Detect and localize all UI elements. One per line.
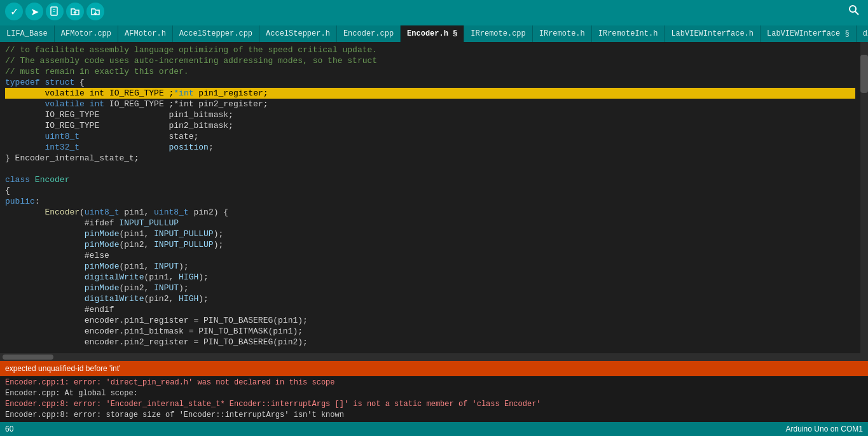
error-line: Encoder.cpp: At global scope: bbox=[5, 388, 863, 399]
error-line: Encoder.cpp:8: error: storage size of 'E… bbox=[5, 410, 863, 421]
tab-direct-pin-read[interactable]: direct_pin_read.h bbox=[857, 25, 868, 42]
open-button[interactable] bbox=[66, 3, 84, 20]
toolbar: ✓ ➤ bbox=[0, 0, 868, 23]
save-button[interactable] bbox=[86, 3, 104, 20]
code-line: typedef struct { bbox=[5, 77, 855, 88]
code-line: uint8_t state; bbox=[5, 131, 855, 142]
error-content: Encoder.cpp:1: error: 'direct_pin_read.h… bbox=[0, 376, 868, 422]
tabs-bar: LIFA_Base AFMotor.cpp AFMotor.h AccelSte… bbox=[0, 23, 868, 42]
line-number: 60 bbox=[5, 425, 13, 433]
tab-accelstepper-cpp[interactable]: AccelStepper.cpp bbox=[173, 25, 259, 42]
tab-labview-interface-s[interactable]: LabVIEWInterface § bbox=[761, 25, 857, 42]
new-button[interactable] bbox=[46, 3, 64, 20]
tab-lifa-base[interactable]: LIFA_Base bbox=[0, 25, 55, 42]
code-line: #endif bbox=[5, 304, 855, 315]
code-line: #ifdef INPUT_PULLUP bbox=[5, 218, 855, 229]
editor-container: // to facilitate assembly language optim… bbox=[0, 42, 868, 353]
error-line: Encoder.cpp:8: error: 'Encoder_internal_… bbox=[5, 399, 863, 410]
code-line: pinMode(pin2, INPUT); bbox=[5, 283, 855, 293]
tab-encoder-h[interactable]: Encoder.h § bbox=[401, 25, 464, 42]
code-line: pinMode(pin2, INPUT_PULLUP); bbox=[5, 239, 855, 250]
board-info: Arduino Uno on COM1 bbox=[786, 425, 863, 433]
code-line: { bbox=[5, 185, 855, 196]
code-line: // to facilitate assembly language optim… bbox=[5, 45, 855, 55]
error-panel: expected unqualified-id before 'int' Enc… bbox=[0, 361, 868, 422]
tab-irremote-h[interactable]: IRremote.h bbox=[533, 25, 592, 42]
code-line: IO_REG_TYPE pin1_bitmask; bbox=[5, 109, 855, 120]
code-line: encoder.pin1_register = PIN_TO_BASEREG(p… bbox=[5, 315, 855, 326]
vertical-scrollbar[interactable] bbox=[860, 42, 868, 353]
code-line: class Encoder bbox=[5, 174, 855, 185]
error-header: expected unqualified-id before 'int' bbox=[0, 361, 868, 376]
svg-point-5 bbox=[850, 6, 856, 12]
tab-afmotor-h[interactable]: AFMotor.h bbox=[118, 25, 173, 42]
scrollbar-thumb[interactable] bbox=[860, 55, 868, 93]
tab-accelstepper-h[interactable]: AccelStepper.h bbox=[259, 25, 337, 42]
tab-irremote-cpp[interactable]: IRremote.cpp bbox=[464, 25, 532, 42]
tab-afmotor-cpp[interactable]: AFMotor.cpp bbox=[55, 25, 118, 42]
code-line: pinMode(pin1, INPUT); bbox=[5, 261, 855, 272]
code-line: // must remain in exactly this order. bbox=[5, 66, 855, 77]
code-line-highlighted: volatile int IO_REG_TYPE ;*int pin1_regi… bbox=[5, 88, 855, 99]
editor-scroll[interactable]: // to facilitate assembly language optim… bbox=[0, 42, 860, 353]
code-line: public: bbox=[5, 196, 855, 207]
code-line: } Encoder_internal_state_t; bbox=[5, 153, 855, 164]
search-button[interactable] bbox=[845, 3, 863, 20]
upload-button[interactable]: ➤ bbox=[25, 3, 43, 20]
tab-labview-interface-h[interactable]: LabVIEWInterface.h bbox=[665, 25, 761, 42]
code-line: digitalWrite(pin2, HIGH); bbox=[5, 293, 855, 304]
code-line: #else bbox=[5, 250, 855, 261]
tab-encoder-cpp[interactable]: Encoder.cpp bbox=[337, 25, 401, 42]
code-line: volatile int IO_REG_TYPE ;*int pin2_regi… bbox=[5, 99, 855, 109]
horizontal-scrollbar[interactable] bbox=[0, 353, 868, 361]
code-line: Encoder(uint8_t pin1, uint8_t pin2) { bbox=[5, 207, 855, 218]
code-line: encoder.pin2_register = PIN_TO_BASEREG(p… bbox=[5, 337, 855, 348]
verify-button[interactable]: ✓ bbox=[5, 3, 23, 20]
code-line: IO_REG_TYPE pin2_bitmask; bbox=[5, 120, 855, 131]
tab-irremoteint-h[interactable]: IRremoteInt.h bbox=[592, 25, 665, 42]
error-line: Encoder.cpp:1: error: 'direct_pin_read.h… bbox=[5, 377, 863, 388]
code-line: encoder.pin1_bitmask = PIN_TO_BITMASK(pi… bbox=[5, 326, 855, 337]
code-line: pinMode(pin1, INPUT_PULLUP); bbox=[5, 229, 855, 239]
status-bar: 60 Arduino Uno on COM1 bbox=[0, 422, 868, 436]
code-line: // The assembly code uses auto-increment… bbox=[5, 55, 855, 66]
hscroll-thumb[interactable] bbox=[3, 355, 53, 360]
code-line: int32_t position; bbox=[5, 142, 855, 153]
editor-content: // to facilitate assembly language optim… bbox=[0, 45, 860, 348]
svg-line-6 bbox=[855, 11, 858, 15]
code-line bbox=[5, 164, 855, 174]
code-line: digitalWrite(pin1, HIGH); bbox=[5, 272, 855, 283]
